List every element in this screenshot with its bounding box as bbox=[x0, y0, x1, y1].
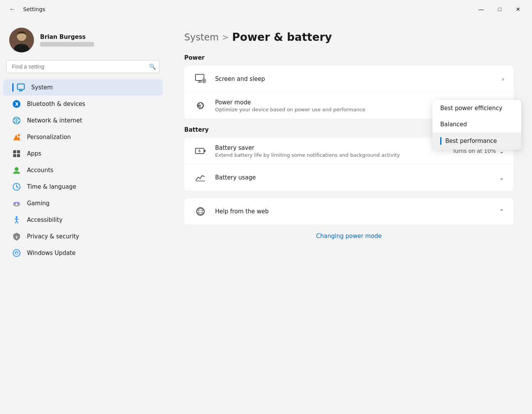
user-email bbox=[40, 42, 94, 47]
sidebar-label-apps: Apps bbox=[27, 150, 41, 157]
search-input[interactable] bbox=[6, 60, 160, 73]
screen-sleep-row[interactable]: Screen and sleep › bbox=[184, 66, 513, 92]
efficiency-label: Best power efficiency bbox=[440, 105, 502, 112]
sidebar-label-bluetooth: Bluetooth & devices bbox=[27, 101, 85, 107]
breadcrumb-current: Power & battery bbox=[232, 31, 332, 44]
screen-sleep-action[interactable]: › bbox=[502, 75, 504, 83]
help-chevron: ⌃ bbox=[499, 208, 504, 215]
battery-usage-row[interactable]: Battery usage ⌄ bbox=[184, 164, 513, 191]
help-icon bbox=[194, 204, 207, 218]
changing-power-mode-link[interactable]: Changing power mode bbox=[316, 233, 382, 240]
app-title: Settings bbox=[23, 6, 45, 12]
sidebar-label-personalization: Personalization bbox=[27, 134, 71, 141]
power-section-title: Power bbox=[184, 54, 513, 61]
sidebar: Brian Burgess 🔍 System bbox=[0, 18, 166, 414]
help-action[interactable]: ⌃ bbox=[499, 208, 504, 215]
sidebar-item-bluetooth[interactable]: Bluetooth & devices bbox=[3, 96, 163, 112]
sidebar-label-network: Network & internet bbox=[27, 117, 82, 124]
breadcrumb: System > Power & battery bbox=[184, 31, 513, 44]
sidebar-item-apps[interactable]: Apps bbox=[3, 146, 163, 162]
sidebar-item-network[interactable]: Network & internet bbox=[3, 112, 163, 129]
power-mode-dropdown: Best power efficiency Balanced Best perf… bbox=[433, 100, 521, 149]
sidebar-item-system[interactable]: System bbox=[3, 79, 163, 96]
dropdown-option-performance[interactable]: Best performance bbox=[433, 132, 521, 149]
screen-sleep-chevron: › bbox=[502, 75, 504, 83]
battery-usage-label: Battery usage bbox=[215, 174, 499, 181]
svg-line-19 bbox=[17, 187, 18, 188]
breadcrumb-parent: System bbox=[184, 32, 219, 43]
svg-rect-13 bbox=[17, 150, 20, 153]
title-bar: ← Settings — □ ✕ bbox=[0, 0, 532, 18]
active-indicator bbox=[12, 83, 13, 92]
time-icon bbox=[12, 183, 21, 191]
dropdown-option-efficiency[interactable]: Best power efficiency bbox=[433, 100, 521, 116]
personalization-icon bbox=[12, 133, 21, 141]
user-section: Brian Burgess bbox=[0, 25, 166, 60]
help-row[interactable]: Help from the web ⌃ bbox=[184, 198, 513, 225]
battery-usage-chevron: ⌄ bbox=[499, 174, 504, 181]
sidebar-label-accounts: Accounts bbox=[27, 167, 53, 174]
search-icon-button[interactable]: 🔍 bbox=[149, 64, 156, 70]
svg-point-25 bbox=[16, 216, 18, 218]
screen-sleep-icon bbox=[194, 72, 207, 86]
battery-saver-label: Battery saver bbox=[215, 144, 453, 151]
battery-saver-icon bbox=[194, 144, 207, 158]
sidebar-label-accessibility: Accessibility bbox=[27, 216, 62, 223]
svg-rect-23 bbox=[15, 203, 15, 205]
battery-saver-desc: Extend battery life by limiting some not… bbox=[215, 152, 453, 158]
content-area: System > Power & battery Power bbox=[166, 18, 532, 414]
network-icon bbox=[12, 116, 21, 125]
sidebar-label-system: System bbox=[31, 84, 53, 91]
user-name: Brian Burgess bbox=[40, 34, 94, 40]
svg-rect-14 bbox=[13, 154, 16, 157]
selected-bar bbox=[440, 137, 441, 145]
dropdown-option-balanced[interactable]: Balanced bbox=[433, 116, 521, 132]
accounts-icon bbox=[12, 166, 21, 174]
help-label: Help from the web bbox=[215, 208, 499, 215]
sidebar-label-time: Time & language bbox=[27, 183, 76, 190]
sidebar-item-accessibility[interactable]: Accessibility bbox=[3, 212, 163, 228]
svg-point-30 bbox=[16, 236, 17, 238]
search-box: 🔍 bbox=[6, 60, 160, 73]
accessibility-icon bbox=[12, 216, 21, 224]
svg-point-42 bbox=[197, 208, 204, 215]
breadcrumb-separator: > bbox=[222, 32, 229, 42]
sidebar-item-gaming[interactable]: Gaming bbox=[3, 195, 163, 211]
sidebar-label-windows-update: Windows Update bbox=[27, 250, 76, 256]
windows-update-icon bbox=[12, 249, 21, 257]
battery-usage-action[interactable]: ⌄ bbox=[499, 174, 504, 181]
svg-point-32 bbox=[13, 250, 20, 256]
system-icon bbox=[17, 83, 25, 92]
svg-rect-4 bbox=[17, 84, 24, 89]
svg-point-38 bbox=[197, 105, 199, 106]
screen-sleep-label: Screen and sleep bbox=[215, 75, 502, 82]
power-card: Screen and sleep › bbox=[184, 66, 513, 119]
sidebar-label-privacy: Privacy & security bbox=[27, 233, 79, 240]
close-button[interactable]: ✕ bbox=[510, 3, 526, 15]
apps-icon bbox=[12, 149, 21, 158]
power-mode-row[interactable]: Power mode Optimize your device based on… bbox=[184, 92, 513, 119]
sidebar-item-privacy[interactable]: Privacy & security bbox=[3, 228, 163, 245]
sidebar-label-gaming: Gaming bbox=[27, 200, 50, 207]
sidebar-item-time[interactable]: Time & language bbox=[3, 179, 163, 195]
svg-point-11 bbox=[18, 134, 20, 136]
balanced-label: Balanced bbox=[440, 121, 467, 128]
sidebar-item-personalization[interactable]: Personalization bbox=[3, 129, 163, 145]
sidebar-item-windows-update[interactable]: Windows Update bbox=[3, 245, 163, 261]
back-button[interactable]: ← bbox=[6, 4, 19, 14]
svg-point-43 bbox=[199, 208, 202, 215]
battery-usage-icon bbox=[194, 171, 207, 184]
gaming-icon bbox=[12, 199, 21, 208]
minimize-button[interactable]: — bbox=[473, 3, 489, 15]
svg-rect-24 bbox=[18, 203, 19, 205]
help-card: Help from the web ⌃ bbox=[184, 198, 513, 225]
bluetooth-icon bbox=[12, 100, 21, 108]
svg-rect-40 bbox=[204, 150, 205, 152]
svg-rect-12 bbox=[13, 150, 16, 153]
maximize-button[interactable]: □ bbox=[492, 3, 507, 15]
avatar bbox=[9, 28, 34, 52]
power-mode-icon bbox=[194, 99, 207, 112]
sidebar-item-accounts[interactable]: Accounts bbox=[3, 162, 163, 178]
performance-label: Best performance bbox=[445, 137, 497, 144]
svg-rect-15 bbox=[17, 154, 20, 157]
